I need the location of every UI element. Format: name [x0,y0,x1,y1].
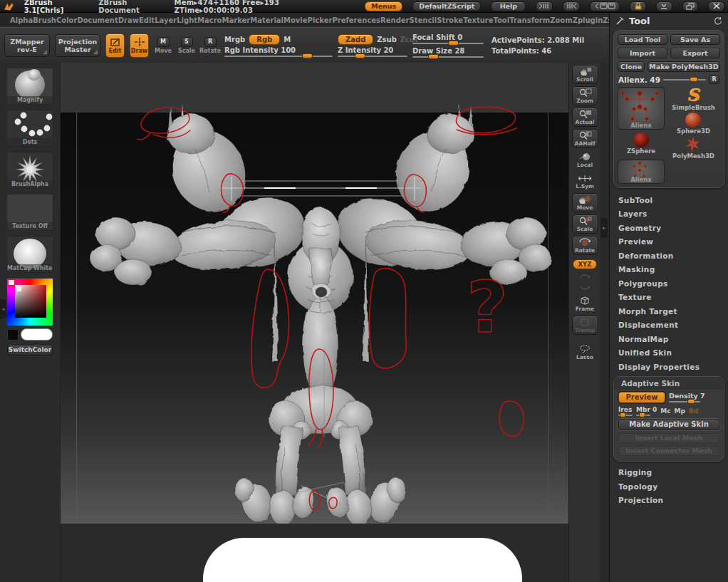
draw-size-slider[interactable] [412,56,484,58]
tool-item-simplebrush[interactable]: S SimpleBrush [672,87,715,111]
menu-tool[interactable]: Tool [494,16,510,24]
reload-icon[interactable] [713,16,722,26]
minimize-icon[interactable] [656,1,672,11]
bd-button[interactable]: Bd [689,407,698,415]
local-button[interactable]: Local [572,150,598,170]
section-topology[interactable]: Topology [610,479,728,494]
rgb-intensity-slider[interactable] [224,56,333,57]
scale-mode-button[interactable]: S Scale [177,37,196,54]
tool-palette-header[interactable]: Tool [610,13,728,28]
section-texture[interactable]: Texture [610,291,728,305]
mbr-slider-group[interactable]: Mbr 0 [636,406,657,416]
material-selector[interactable]: MatCap White C [6,236,53,273]
rotate-z-icon[interactable] [579,283,591,292]
right-tray-handle[interactable]: ▸ [600,218,608,238]
slider-handle[interactable] [448,41,459,46]
aahalf-button[interactable]: AAHalf [572,129,598,148]
menu-texture[interactable]: Texture [463,16,493,24]
lsym-button[interactable]: L.Sym [572,172,598,191]
alpha-selector[interactable]: BrushAlpha [6,152,53,189]
slider-handle[interactable] [302,53,313,58]
zadd-button[interactable]: Zadd [338,34,373,45]
palette-prev-icon[interactable] [590,1,620,11]
section-preview[interactable]: Preview [610,235,728,249]
menu-edit[interactable]: Edit [139,16,155,24]
section-projection[interactable]: Projection [610,494,728,508]
switch-color-button[interactable]: SwitchColor [7,345,53,355]
lock-icon[interactable] [630,1,646,11]
import-button[interactable]: Import [618,48,667,58]
rotate-button[interactable]: Rotate [572,236,598,255]
frame-button[interactable]: Frame [572,293,598,313]
focal-shift-slider[interactable] [412,43,484,44]
tray-scroll-right-icon[interactable] [563,1,580,11]
slider-handle[interactable] [355,53,365,58]
make-polymesh3d-button[interactable]: Make PolyMesh3D [648,61,720,72]
current-color-swatch[interactable] [8,279,15,286]
secondary-color-swatch[interactable] [7,329,19,341]
menu-marker[interactable]: Marker [222,16,251,24]
menu-picker[interactable]: Picker [308,16,333,24]
texture-selector[interactable]: Texture Off [6,194,53,231]
move-button[interactable]: Move [572,193,598,212]
make-adaptive-skin-button[interactable]: Make Adaptive Skin [618,419,719,430]
clone-button[interactable]: Clone [618,61,645,72]
focal-shift-label[interactable]: Focal Shift 0 [412,33,484,41]
menu-layer[interactable]: Layer [155,16,177,24]
default-zscript-button[interactable]: DefaultZScript [412,1,481,11]
menu-material[interactable]: Material [250,16,284,24]
menu-zplugin[interactable]: Zplugin [573,16,603,24]
help-button[interactable]: Help [491,1,526,11]
edit-mode-button[interactable]: Edit [105,33,125,58]
menu-movie[interactable]: Movie [284,16,308,24]
slider-handle[interactable] [428,54,439,59]
preview-button[interactable]: Preview [618,392,665,403]
section-layers[interactable]: Layers [610,207,728,222]
transp-button[interactable]: Transp [572,316,598,335]
tool-item-alienx2[interactable]: Alienx [618,160,665,184]
color-picker[interactable] [7,279,53,326]
rotate-y-icon[interactable] [579,272,591,281]
z-intensity-slider[interactable] [338,56,407,57]
mrgb-button[interactable]: Mrgb [224,36,245,43]
scale-button[interactable]: Scale [572,214,598,234]
rgb-button[interactable]: Rgb [249,34,280,45]
scroll-button[interactable]: Scroll [572,65,598,84]
section-unified-skin[interactable]: Unified Skin [610,346,728,360]
stroke-selector[interactable]: Dots [6,110,53,147]
tray-scroll-left-icon[interactable] [536,1,553,11]
slider-handle[interactable] [639,412,645,417]
section-deformation[interactable]: Deformation [610,249,728,263]
menu-macro[interactable]: Macro [197,16,222,24]
close-icon[interactable] [708,1,724,11]
zsub-button[interactable]: Zsub [377,36,396,43]
tool-item-sphere3d[interactable]: Sphere3D [677,113,710,135]
menu-stencil[interactable]: Stencil [410,16,437,24]
section-normalmap[interactable]: NormalMap [610,332,728,346]
menu-stroke[interactable]: Stroke [437,16,463,24]
section-polygroups[interactable]: Polygroups [610,276,728,291]
z-intensity-label[interactable]: Z Intensity 20 [338,46,407,54]
density-slider-group[interactable]: Density 7 [669,392,719,402]
load-tool-button[interactable]: Load Tool [618,34,667,45]
document-canvas[interactable]: ? [61,63,568,582]
draw-size-label[interactable]: Draw Size 28 [412,47,484,55]
menu-preferences[interactable]: Preferences [332,16,380,24]
menu-color[interactable]: Color [56,16,77,24]
menu-document[interactable]: Document [77,16,118,24]
slider-handle[interactable] [690,77,698,82]
active-tool-thumbnail[interactable]: Alienx [618,87,665,130]
menu-alpha[interactable]: Alpha [10,16,33,24]
section-display-properties[interactable]: Display Properties [610,360,728,374]
zoom-button[interactable]: Zoom [572,86,598,105]
section-subtool[interactable]: SubTool [610,193,728,207]
save-as-button[interactable]: Save As [670,34,720,45]
projection-master-button[interactable]: Projection Master [55,34,100,57]
tool-item-zsphere[interactable]: ZSphere [627,132,655,155]
section-geometry[interactable]: Geometry [610,221,728,235]
section-masking[interactable]: Masking [610,263,728,277]
export-button[interactable]: Export [670,48,720,58]
section-displacement[interactable]: Displacement [610,318,728,333]
menu-draw[interactable]: Draw [118,16,139,24]
left-tray-handle[interactable]: ◂ [0,299,6,319]
